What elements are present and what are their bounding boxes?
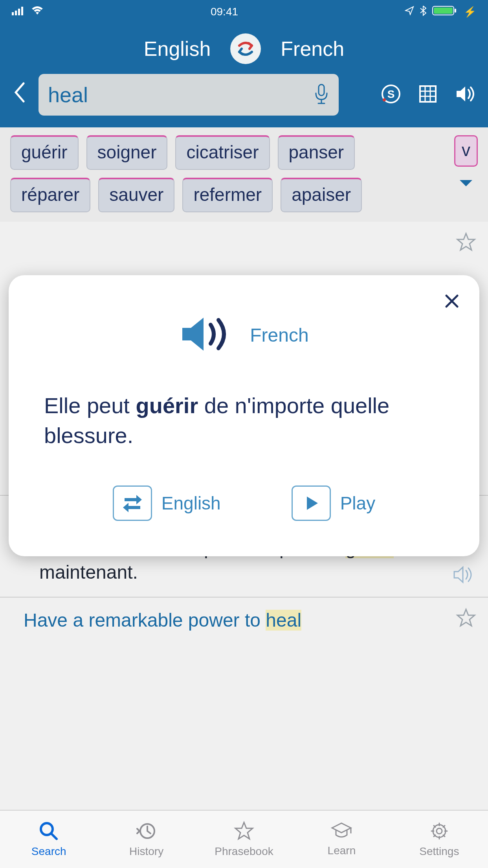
speaker-icon[interactable]: [453, 565, 476, 587]
svg-text:S: S: [387, 88, 395, 100]
pronounce-modal: French Elle peut guérir de n'importe que…: [9, 275, 479, 556]
status-bar: 09:41 ⚡: [0, 0, 488, 24]
mic-icon[interactable]: [314, 83, 329, 107]
star-icon[interactable]: [456, 232, 476, 254]
swap-icon: [235, 38, 257, 60]
status-right: ⚡: [405, 5, 476, 19]
speaker-icon[interactable]: [455, 84, 477, 105]
tab-history[interactable]: History: [97, 811, 195, 868]
text: Elle peut: [44, 393, 136, 418]
tab-settings[interactable]: Settings: [391, 811, 488, 868]
switch-icon: [113, 485, 152, 521]
svg-point-10: [383, 98, 386, 101]
svg-rect-0: [12, 12, 14, 15]
chip-item[interactable]: sauver: [98, 178, 174, 212]
search-box: [39, 74, 339, 116]
tab-label: Learn: [328, 844, 356, 857]
svg-rect-6: [455, 9, 456, 13]
lang-from[interactable]: English: [144, 37, 211, 61]
wifi-icon: [31, 6, 44, 18]
close-button[interactable]: [444, 291, 460, 314]
star-icon[interactable]: [456, 608, 476, 630]
tab-label: History: [129, 845, 163, 858]
app-header: English French S: [0, 24, 488, 127]
svg-rect-11: [420, 86, 436, 102]
chips-side: v: [454, 135, 478, 190]
language-row: English French: [0, 28, 488, 74]
svg-rect-5: [434, 7, 453, 14]
text-highlight: heal: [266, 610, 301, 631]
chip-item[interactable]: guérir: [10, 135, 79, 170]
text-bold: guérir: [136, 393, 198, 418]
action-label: Play: [340, 493, 375, 514]
tab-search[interactable]: Search: [0, 811, 97, 868]
header-icons: S: [381, 84, 477, 105]
chip-item[interactable]: soigner: [86, 135, 168, 170]
grid-icon[interactable]: [418, 84, 438, 105]
modal-actions: English Play: [44, 485, 444, 521]
chip-item[interactable]: apaiser: [281, 178, 362, 212]
svg-rect-7: [319, 85, 324, 96]
modal-lang-label: French: [250, 324, 308, 346]
search-row: S: [0, 74, 488, 116]
chips-row: guérir soigner cicatriser panser réparer…: [10, 135, 364, 212]
result-item[interactable]: Have a remarkable power to heal: [0, 598, 488, 649]
gear-icon: [429, 821, 449, 843]
lang-to[interactable]: French: [281, 37, 344, 61]
charging-icon: ⚡: [464, 6, 476, 18]
pos-chip[interactable]: v: [454, 135, 478, 167]
svg-marker-17: [123, 503, 140, 512]
search-input[interactable]: [48, 83, 314, 107]
status-left: [12, 6, 44, 18]
translation-chips-area: guérir soigner cicatriser panser réparer…: [0, 127, 488, 222]
tab-label: Phrasebook: [215, 845, 273, 858]
svg-rect-1: [15, 11, 17, 15]
result-english: Have a remarkable power to heal: [24, 609, 476, 632]
battery-icon: [432, 5, 458, 19]
svg-rect-3: [21, 7, 23, 15]
text: maintenant.: [39, 562, 138, 583]
tab-learn[interactable]: Learn: [293, 811, 390, 868]
play-icon: [292, 485, 331, 521]
modal-header: French: [44, 314, 444, 355]
location-icon: [405, 6, 414, 18]
switch-language-button[interactable]: English: [113, 485, 221, 521]
chip-item[interactable]: panser: [278, 135, 355, 170]
swap-languages-button[interactable]: [230, 33, 261, 64]
tab-label: Search: [31, 845, 66, 858]
bluetooth-icon: [420, 5, 427, 19]
chip-item[interactable]: cicatriser: [175, 135, 270, 170]
history-icon: [136, 821, 157, 843]
chip-item[interactable]: refermer: [182, 178, 273, 212]
svg-marker-18: [307, 497, 318, 510]
svg-rect-2: [18, 9, 20, 15]
speaker-large-icon: [179, 314, 234, 355]
status-time: 09:41: [211, 6, 238, 18]
chip-item[interactable]: réparer: [10, 178, 90, 212]
modal-sentence: Elle peut guérir de n'importe quelle ble…: [44, 391, 444, 450]
svg-line-20: [51, 834, 57, 839]
svg-point-23: [437, 828, 442, 834]
action-label: English: [161, 493, 221, 514]
expand-arrow-icon[interactable]: [458, 178, 474, 190]
tab-label: Settings: [419, 845, 459, 858]
star-icon: [234, 821, 254, 843]
learn-icon: [330, 822, 352, 842]
search-icon: [39, 821, 59, 843]
svg-point-24: [433, 825, 446, 837]
signal-icon: [12, 6, 26, 18]
tab-bar: Search History Phrasebook Learn Settings: [0, 810, 488, 868]
tab-phrasebook[interactable]: Phrasebook: [195, 811, 293, 868]
text: Have a remarkable power to: [24, 610, 266, 631]
play-button[interactable]: Play: [292, 485, 375, 521]
svg-marker-16: [125, 495, 142, 504]
back-button[interactable]: [11, 81, 28, 108]
s-circle-icon[interactable]: S: [381, 84, 401, 105]
